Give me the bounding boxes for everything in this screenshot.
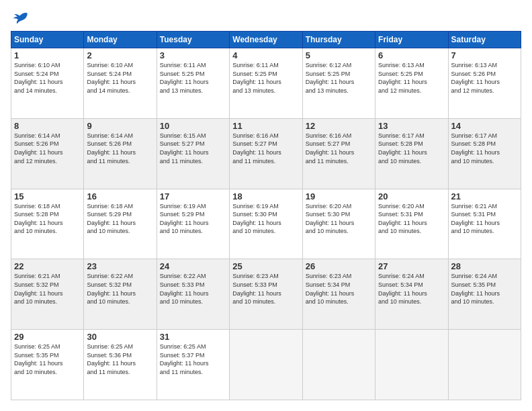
day-number: 28 — [451, 261, 518, 271]
logo-text — [11, 11, 28, 24]
page: SundayMondayTuesdayWednesdayThursdayFrid… — [0, 0, 532, 411]
calendar-cell: 22 Sunrise: 6:21 AM Sunset: 5:32 PM Dayl… — [11, 259, 84, 330]
calendar-cell: 6 Sunrise: 6:13 AM Sunset: 5:25 PM Dayli… — [375, 48, 448, 119]
calendar-cell: 30 Sunrise: 6:25 AM Sunset: 5:36 PM Dayl… — [84, 330, 157, 400]
daylight-minutes: and 12 minutes. — [378, 87, 421, 94]
daylight-label: Daylight: 11 hours — [160, 149, 209, 156]
day-number: 4 — [232, 50, 299, 60]
daylight-label: Daylight: 11 hours — [14, 79, 63, 85]
sunset-label: Sunset: 5:33 PM — [160, 281, 205, 288]
day-number: 15 — [14, 191, 81, 201]
day-number: 14 — [451, 121, 518, 131]
sunset-label: Sunset: 5:28 PM — [14, 211, 59, 218]
daylight-minutes: and 14 minutes. — [14, 87, 57, 94]
calendar-cell: 10 Sunrise: 6:15 AM Sunset: 5:27 PM Dayl… — [157, 118, 229, 189]
day-number: 21 — [451, 191, 518, 201]
calendar-cell: 19 Sunrise: 6:20 AM Sunset: 5:30 PM Dayl… — [302, 189, 375, 259]
day-number: 11 — [232, 121, 299, 131]
sunset-label: Sunset: 5:25 PM — [306, 71, 351, 77]
day-number: 1 — [14, 50, 81, 60]
daylight-label: Daylight: 11 hours — [451, 290, 500, 297]
sunrise-label: Sunrise: 6:16 AM — [232, 132, 279, 139]
daylight-label: Daylight: 11 hours — [87, 149, 136, 156]
calendar-cell: 1 Sunrise: 6:10 AM Sunset: 5:24 PM Dayli… — [11, 48, 84, 119]
sunrise-label: Sunrise: 6:14 AM — [14, 132, 60, 139]
day-info: Sunrise: 6:23 AM Sunset: 5:34 PM Dayligh… — [306, 272, 372, 306]
day-info: Sunrise: 6:18 AM Sunset: 5:29 PM Dayligh… — [87, 202, 153, 236]
daylight-label: Daylight: 11 hours — [232, 79, 281, 85]
day-info: Sunrise: 6:13 AM Sunset: 5:25 PM Dayligh… — [378, 61, 445, 95]
header — [11, 11, 521, 24]
daylight-minutes: and 11 minutes. — [87, 158, 130, 165]
day-info: Sunrise: 6:10 AM Sunset: 5:24 PM Dayligh… — [14, 61, 81, 95]
daylight-label: Daylight: 11 hours — [87, 290, 136, 297]
sunrise-label: Sunrise: 6:23 AM — [232, 273, 279, 279]
daylight-minutes: and 10 minutes. — [87, 228, 130, 234]
calendar-cell: 2 Sunrise: 6:10 AM Sunset: 5:24 PM Dayli… — [84, 48, 157, 119]
sunset-label: Sunset: 5:32 PM — [87, 281, 132, 288]
sunrise-label: Sunrise: 6:21 AM — [14, 273, 60, 279]
calendar-cell: 23 Sunrise: 6:22 AM Sunset: 5:32 PM Dayl… — [84, 259, 157, 330]
sunrise-label: Sunrise: 6:18 AM — [87, 203, 133, 210]
day-info: Sunrise: 6:19 AM Sunset: 5:29 PM Dayligh… — [160, 202, 226, 236]
daylight-label: Daylight: 11 hours — [14, 360, 63, 367]
logo-bird-icon — [12, 11, 28, 24]
sunset-label: Sunset: 5:29 PM — [87, 211, 132, 218]
day-number: 27 — [378, 261, 445, 271]
daylight-label: Daylight: 11 hours — [87, 220, 136, 226]
day-info: Sunrise: 6:17 AM Sunset: 5:28 PM Dayligh… — [378, 132, 445, 165]
sunrise-label: Sunrise: 6:24 AM — [378, 273, 425, 279]
sunset-label: Sunset: 5:27 PM — [306, 140, 351, 147]
calendar-cell: 28 Sunrise: 6:24 AM Sunset: 5:35 PM Dayl… — [448, 259, 521, 330]
weekday-header: Saturday — [448, 32, 521, 48]
day-number: 5 — [306, 50, 372, 60]
weekday-header: Wednesday — [230, 32, 302, 48]
daylight-minutes: and 10 minutes. — [232, 298, 275, 305]
sunset-label: Sunset: 5:29 PM — [160, 211, 205, 218]
day-number: 13 — [378, 121, 445, 131]
daylight-label: Daylight: 11 hours — [14, 290, 63, 297]
calendar-cell: 4 Sunrise: 6:11 AM Sunset: 5:25 PM Dayli… — [230, 48, 302, 119]
sunset-label: Sunset: 5:31 PM — [378, 211, 423, 218]
calendar-week-row: 1 Sunrise: 6:10 AM Sunset: 5:24 PM Dayli… — [11, 48, 521, 119]
sunset-label: Sunset: 5:25 PM — [232, 71, 277, 77]
calendar-cell: 9 Sunrise: 6:14 AM Sunset: 5:26 PM Dayli… — [84, 118, 157, 189]
weekday-header: Sunday — [11, 32, 84, 48]
daylight-label: Daylight: 11 hours — [306, 149, 355, 156]
calendar-cell: 18 Sunrise: 6:19 AM Sunset: 5:30 PM Dayl… — [230, 189, 302, 259]
day-number: 6 — [378, 50, 445, 60]
calendar-cell: 25 Sunrise: 6:23 AM Sunset: 5:33 PM Dayl… — [230, 259, 302, 330]
day-info: Sunrise: 6:14 AM Sunset: 5:26 PM Dayligh… — [87, 132, 153, 165]
daylight-label: Daylight: 11 hours — [378, 290, 427, 297]
daylight-minutes: and 10 minutes. — [14, 298, 57, 305]
day-number: 30 — [87, 332, 153, 342]
sunrise-label: Sunrise: 6:10 AM — [14, 62, 60, 68]
calendar-cell: 20 Sunrise: 6:20 AM Sunset: 5:31 PM Dayl… — [375, 189, 448, 259]
sunset-label: Sunset: 5:33 PM — [232, 281, 277, 288]
calendar-cell: 21 Sunrise: 6:21 AM Sunset: 5:31 PM Dayl… — [448, 189, 521, 259]
calendar-cell: 14 Sunrise: 6:17 AM Sunset: 5:28 PM Dayl… — [448, 118, 521, 189]
calendar-cell: 5 Sunrise: 6:12 AM Sunset: 5:25 PM Dayli… — [302, 48, 375, 119]
sunset-label: Sunset: 5:28 PM — [451, 140, 496, 147]
calendar-cell: 13 Sunrise: 6:17 AM Sunset: 5:28 PM Dayl… — [375, 118, 448, 189]
daylight-minutes: and 13 minutes. — [160, 87, 203, 94]
daylight-label: Daylight: 11 hours — [306, 79, 355, 85]
weekday-header: Tuesday — [157, 32, 229, 48]
calendar-cell: 31 Sunrise: 6:25 AM Sunset: 5:37 PM Dayl… — [157, 330, 229, 400]
day-number: 24 — [160, 261, 226, 271]
day-info: Sunrise: 6:20 AM Sunset: 5:31 PM Dayligh… — [378, 202, 445, 236]
daylight-minutes: and 14 minutes. — [87, 87, 130, 94]
sunrise-label: Sunrise: 6:22 AM — [87, 273, 133, 279]
day-info: Sunrise: 6:20 AM Sunset: 5:30 PM Dayligh… — [306, 202, 372, 236]
sunset-label: Sunset: 5:25 PM — [160, 71, 205, 77]
day-number: 22 — [14, 261, 81, 271]
sunset-label: Sunset: 5:26 PM — [14, 140, 59, 147]
sunset-label: Sunset: 5:26 PM — [451, 71, 496, 77]
calendar-cell: 11 Sunrise: 6:16 AM Sunset: 5:27 PM Dayl… — [230, 118, 302, 189]
daylight-label: Daylight: 11 hours — [232, 290, 281, 297]
daylight-minutes: and 10 minutes. — [160, 228, 203, 234]
sunrise-label: Sunrise: 6:20 AM — [378, 203, 425, 210]
daylight-label: Daylight: 11 hours — [378, 149, 427, 156]
day-number: 19 — [306, 191, 372, 201]
sunset-label: Sunset: 5:34 PM — [306, 281, 351, 288]
